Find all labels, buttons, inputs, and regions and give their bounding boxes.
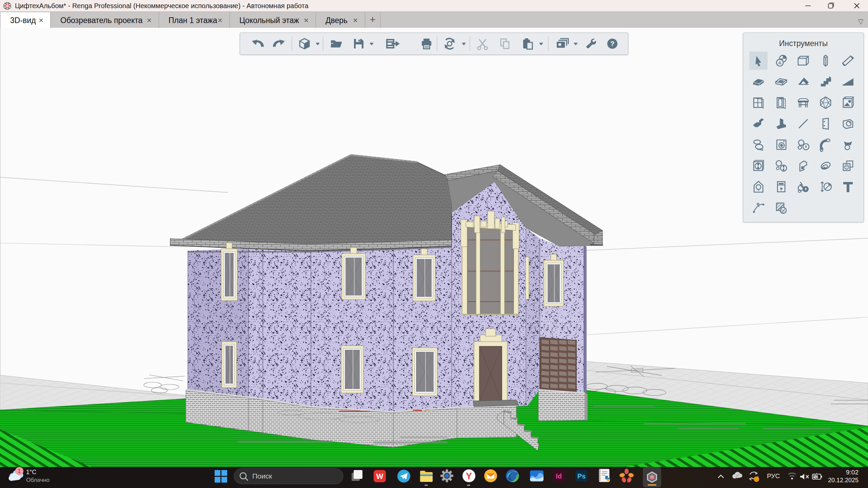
svg-text:РУС: РУС (767, 472, 780, 480)
svg-text:Поиск: Поиск (252, 472, 272, 480)
svg-text:W: W (376, 472, 383, 481)
svg-text:20.12.2025: 20.12.2025 (828, 477, 859, 484)
svg-text:Облачно: Облачно (26, 477, 50, 483)
svg-text:Id: Id (556, 472, 562, 480)
svg-text:1°C: 1°C (26, 469, 36, 475)
svg-text:?: ? (610, 40, 614, 47)
svg-text:Y: Y (466, 471, 472, 481)
svg-text:9:02: 9:02 (846, 469, 859, 476)
svg-text:1: 1 (18, 468, 21, 474)
svg-text:Ps: Ps (577, 472, 586, 480)
svg-text:A: A (778, 60, 782, 65)
